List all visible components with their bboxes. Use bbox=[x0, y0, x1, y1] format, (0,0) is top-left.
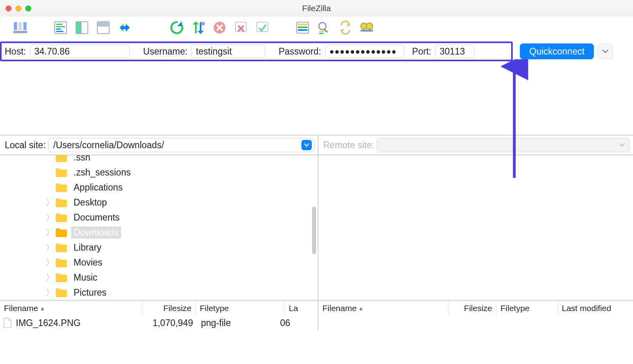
local-file-list[interactable]: Filename ▲ Filesize Filetype La IMG_1624… bbox=[0, 301, 318, 330]
svg-rect-18 bbox=[298, 24, 307, 25]
tree-item-label: .ssh bbox=[71, 155, 93, 164]
col-filesize[interactable]: Filesize bbox=[142, 301, 196, 316]
toggle-local-tree-icon[interactable] bbox=[73, 19, 91, 36]
process-queue-icon[interactable] bbox=[189, 19, 207, 36]
quickconnect-bar: Host: Username: Password: Port: Quickcon… bbox=[0, 40, 633, 62]
expander-icon[interactable]: 〉 bbox=[44, 287, 55, 298]
svg-rect-15 bbox=[235, 22, 246, 32]
file-lists: Filename ▲ Filesize Filetype La IMG_1624… bbox=[0, 301, 633, 330]
reconnect-icon[interactable] bbox=[253, 19, 271, 36]
folder-icon bbox=[55, 273, 67, 282]
expander-icon[interactable]: 〉 bbox=[44, 242, 55, 253]
remote-file-list[interactable]: Filename ▲ Filesize Filetype Last modifi… bbox=[318, 301, 633, 330]
col-filetype[interactable]: Filetype bbox=[497, 301, 558, 316]
tree-item-label: Music bbox=[71, 272, 100, 284]
window-title: FileZilla bbox=[0, 4, 633, 13]
svg-rect-27 bbox=[360, 30, 373, 32]
folder-icon bbox=[55, 213, 67, 222]
quickconnect-history-dropdown[interactable] bbox=[598, 44, 613, 59]
col-filetype[interactable]: Filetype bbox=[196, 301, 285, 316]
search-icon[interactable] bbox=[358, 19, 376, 36]
svg-point-26 bbox=[366, 23, 373, 29]
refresh-icon[interactable] bbox=[168, 19, 186, 36]
username-input[interactable] bbox=[191, 45, 265, 58]
expander-icon[interactable]: 〉 bbox=[44, 212, 55, 223]
filter-icon[interactable] bbox=[315, 19, 333, 36]
local-tree-pane[interactable]: .ssh .zsh_sessions Applications 〉 Deskto… bbox=[0, 155, 318, 300]
folder-icon bbox=[55, 168, 67, 177]
svg-rect-20 bbox=[298, 29, 307, 31]
cancel-icon[interactable] bbox=[210, 19, 229, 36]
tree-item-music[interactable]: 〉 Music bbox=[44, 270, 318, 285]
main-toolbar bbox=[0, 17, 633, 40]
svg-point-21 bbox=[319, 23, 326, 30]
local-site-path-combo[interactable]: /Users/cornelia/Downloads/ bbox=[48, 138, 315, 152]
port-input[interactable] bbox=[435, 45, 475, 58]
tree-item-label: Downloads bbox=[71, 226, 121, 239]
tree-item-downloads[interactable]: 〉 Downloads bbox=[44, 225, 318, 240]
remote-site-label: Remote site: bbox=[323, 140, 377, 151]
svg-rect-8 bbox=[56, 31, 63, 32]
col-filename[interactable]: Filename ▲ bbox=[0, 301, 142, 316]
file-modified: 06 bbox=[277, 318, 301, 328]
tree-item--ssh[interactable]: .ssh bbox=[44, 155, 318, 165]
quickconnect-highlight-box: Host: Username: Password: Port: bbox=[0, 41, 513, 61]
site-manager-icon[interactable] bbox=[11, 19, 29, 36]
expander-icon[interactable]: 〉 bbox=[44, 272, 55, 283]
folder-icon bbox=[55, 243, 67, 252]
username-label: Username: bbox=[142, 46, 191, 57]
tree-item-movies[interactable]: 〉 Movies bbox=[44, 255, 318, 270]
toggle-log-icon[interactable] bbox=[51, 19, 70, 36]
local-site-path: /Users/cornelia/Downloads/ bbox=[53, 140, 301, 151]
svg-rect-6 bbox=[56, 26, 65, 27]
expander-icon[interactable]: 〉 bbox=[44, 197, 55, 208]
tree-item-label: Movies bbox=[71, 256, 105, 269]
quickconnect-button[interactable]: Quickconnect bbox=[520, 43, 594, 59]
dropdown-icon[interactable] bbox=[617, 140, 627, 150]
tree-item-pictures[interactable]: 〉 Pictures bbox=[44, 285, 318, 300]
directory-compare-icon[interactable] bbox=[294, 19, 312, 36]
tree-item-applications[interactable]: Applications bbox=[44, 180, 318, 195]
dropdown-icon[interactable] bbox=[301, 140, 312, 150]
expander-icon[interactable]: 〉 bbox=[44, 227, 55, 238]
remote-tree-pane[interactable] bbox=[318, 155, 633, 300]
local-site-label: Local site: bbox=[5, 140, 48, 151]
sync-browsing-icon[interactable] bbox=[336, 19, 354, 36]
disconnect-icon[interactable] bbox=[232, 19, 250, 36]
tree-item-documents[interactable]: 〉 Documents bbox=[44, 210, 318, 225]
file-row[interactable]: IMG_1624.PNG 1,070,949 png-file 06 bbox=[0, 316, 318, 330]
scrollbar-thumb[interactable] bbox=[312, 207, 316, 254]
svg-rect-7 bbox=[56, 28, 61, 30]
remote-site-bar: Remote site: bbox=[318, 136, 633, 155]
window-titlebar: FileZilla bbox=[0, 0, 633, 17]
tree-item-label: .zsh_sessions bbox=[71, 166, 133, 179]
tree-item-label: Applications bbox=[71, 181, 125, 194]
file-name: IMG_1624.PNG bbox=[16, 318, 146, 328]
toggle-remote-tree-icon[interactable] bbox=[94, 19, 112, 36]
folder-icon bbox=[55, 228, 67, 237]
password-label: Password: bbox=[277, 46, 325, 57]
site-path-bar: Local site: /Users/cornelia/Downloads/ R… bbox=[0, 136, 633, 155]
col-filesize[interactable]: Filesize bbox=[449, 301, 497, 316]
svg-rect-0 bbox=[14, 22, 17, 30]
host-input[interactable] bbox=[30, 45, 130, 58]
tree-item--zsh-sessions[interactable]: .zsh_sessions bbox=[44, 165, 318, 180]
toggle-queue-icon[interactable] bbox=[116, 19, 134, 36]
expander-icon[interactable]: 〉 bbox=[44, 257, 55, 268]
tree-item-label: Pictures bbox=[71, 287, 109, 299]
folder-icon bbox=[55, 198, 67, 207]
svg-rect-5 bbox=[56, 24, 63, 25]
remote-site-path-combo[interactable] bbox=[377, 138, 630, 152]
tree-item-label: Library bbox=[71, 241, 104, 254]
tree-item-desktop[interactable]: 〉 Desktop bbox=[44, 195, 318, 210]
message-log[interactable] bbox=[0, 62, 633, 136]
file-icon bbox=[3, 318, 12, 328]
col-lastmod[interactable]: La bbox=[285, 301, 318, 316]
tree-item-library[interactable]: 〉 Library bbox=[44, 240, 318, 255]
col-lastmod[interactable]: Last modified bbox=[558, 301, 633, 316]
local-list-header: Filename ▲ Filesize Filetype La bbox=[0, 301, 318, 316]
file-size: 1,070,949 bbox=[146, 318, 198, 328]
col-filename[interactable]: Filename ▲ bbox=[318, 301, 449, 316]
remote-list-header: Filename ▲ Filesize Filetype Last modifi… bbox=[318, 301, 633, 316]
password-input[interactable] bbox=[325, 45, 404, 58]
